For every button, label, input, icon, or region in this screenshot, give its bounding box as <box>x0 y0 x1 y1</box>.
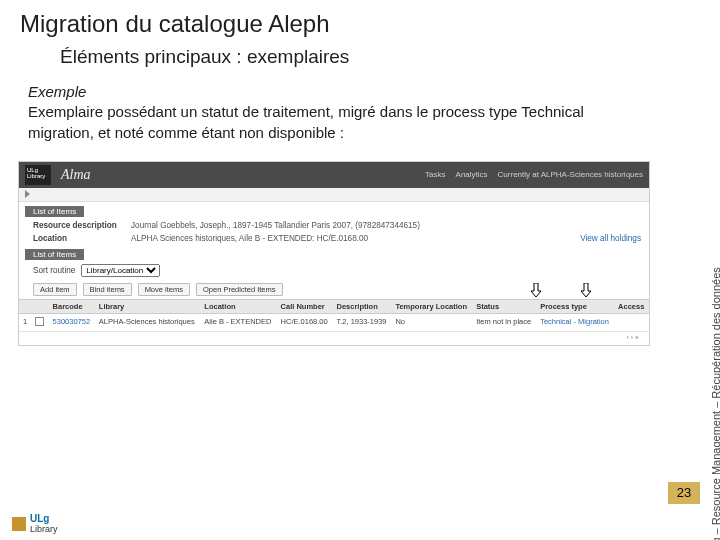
sort-label: Sort routine <box>33 266 75 275</box>
alma-screenshot: ULg Library Alma Tasks Analytics Current… <box>18 161 650 346</box>
row-library: ALPHA-Sciences historiques <box>95 313 200 331</box>
bind-items-button[interactable]: Bind items <box>83 283 132 296</box>
slide-body: Exemple Exemplaire possédant un statut d… <box>0 76 720 153</box>
page-number: 23 <box>668 482 700 504</box>
topbar-currently: Currently at ALPHA-Sciences historiques <box>498 170 643 179</box>
list-of-items-subheader: List of Items <box>25 249 84 260</box>
alma-topbar: ULg Library Alma Tasks Analytics Current… <box>19 162 649 188</box>
sidebar-label: Alma @ ULg – Resource Management – Récup… <box>710 270 720 540</box>
body-text: Exemplaire possédant un statut de traite… <box>28 103 584 140</box>
table-row[interactable]: 1 530030752 ALPHA-Sciences historiques A… <box>19 313 649 331</box>
resource-desc-value: Journal Goebbels, Joseph., 1897-1945 Tal… <box>131 221 420 230</box>
open-predicted-button[interactable]: Open Predicted Items <box>196 283 283 296</box>
row-status: Item not in place <box>472 313 536 331</box>
row-access <box>614 313 649 331</box>
logo-library: Library <box>30 524 58 534</box>
add-item-button[interactable]: Add item <box>33 283 77 296</box>
col-desc[interactable]: Description <box>333 299 392 313</box>
alma-logo: Alma <box>61 167 91 183</box>
col-temp[interactable]: Temporary Location <box>391 299 472 313</box>
items-table: Barcode Library Location Call Number Des… <box>19 299 649 332</box>
row-temp: No <box>391 313 472 331</box>
location-label: Location <box>33 234 125 243</box>
col-location[interactable]: Location <box>200 299 276 313</box>
table-header-row: Barcode Library Location Call Number Des… <box>19 299 649 313</box>
topbar-tasks[interactable]: Tasks <box>425 170 445 179</box>
row-num: 1 <box>19 313 31 331</box>
footer-logo: ULg Library <box>12 514 58 534</box>
col-library[interactable]: Library <box>95 299 200 313</box>
highlight-arrow-icon <box>581 283 591 297</box>
col-ptype[interactable]: Process type <box>536 299 614 313</box>
row-desc: T.2, 1933-1939 <box>333 313 392 331</box>
logo-square-icon <box>12 517 26 531</box>
col-access[interactable]: Access <box>614 299 649 313</box>
col-status[interactable]: Status <box>472 299 536 313</box>
move-items-button[interactable]: Move items <box>138 283 190 296</box>
view-all-holdings-link[interactable]: View all holdings <box>580 234 641 243</box>
list-of-items-header: List of Items <box>25 206 84 217</box>
location-value: ALPHA Sciences historiques, Aile B - EXT… <box>131 234 368 243</box>
highlight-arrow-icon <box>531 283 541 297</box>
sort-select[interactable]: Library/Location <box>81 264 160 277</box>
alma-navbar <box>19 188 649 202</box>
exemple-label: Exemple <box>28 83 86 100</box>
topbar-analytics[interactable]: Analytics <box>456 170 488 179</box>
row-checkbox[interactable] <box>35 317 44 326</box>
row-location: Aile B - EXTENDED <box>200 313 276 331</box>
row-call: HC/E.0168.00 <box>277 313 333 331</box>
col-barcode[interactable]: Barcode <box>49 299 95 313</box>
row-ptype[interactable]: Technical - Migration <box>536 313 614 331</box>
logo-ulg: ULg <box>30 513 49 524</box>
resource-desc-label: Resource description <box>33 221 125 230</box>
slide-subtitle: Éléments principaux : exemplaires <box>0 42 720 76</box>
col-call[interactable]: Call Number <box>277 299 333 313</box>
row-barcode[interactable]: 530030752 <box>49 313 95 331</box>
slide-title: Migration du catalogue Aleph <box>0 0 720 42</box>
nav-arrow-icon[interactable] <box>25 190 30 198</box>
paging-area: ‹ › » <box>19 332 649 345</box>
ulg-badge: ULg Library <box>25 165 51 185</box>
